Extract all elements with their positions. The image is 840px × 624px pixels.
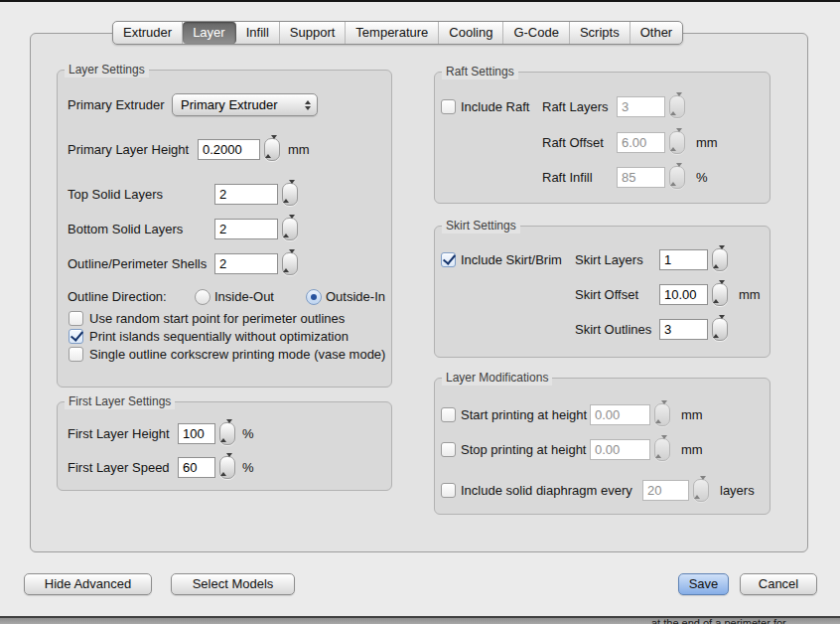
tab-other[interactable]: Other: [630, 22, 683, 44]
skirt-layers-input[interactable]: [659, 249, 708, 270]
skirt-offset-stepper[interactable]: [712, 283, 728, 306]
raft-layers-input[interactable]: [617, 96, 665, 117]
first-layer-settings-group-title: First Layer Settings: [65, 393, 175, 409]
include-skirt-brim-checkbox[interactable]: [441, 252, 456, 267]
hide-advanced-button[interactable]: Hide Advanced: [24, 573, 152, 595]
outline-perimeter-shells-input[interactable]: [214, 253, 278, 274]
outline-direction-radio-outside-in[interactable]: [306, 289, 322, 305]
tab-gcode[interactable]: G-Code: [503, 22, 570, 44]
skirt-layers-stepper[interactable]: [712, 248, 728, 271]
stepper-down-icon: [289, 249, 295, 271]
raft-infill-stepper[interactable]: [669, 166, 685, 189]
tab-infill[interactable]: Infill: [236, 22, 280, 44]
print-islands-sequentially-checkbox[interactable]: [69, 329, 83, 344]
stop-printing-checkbox[interactable]: [441, 442, 456, 457]
vase-mode-label: Single outline corkscrew printing mode (…: [89, 346, 385, 364]
tab-cooling[interactable]: Cooling: [439, 22, 503, 44]
primary-layer-height-unit: mm: [288, 138, 310, 162]
stepper-down-icon: [719, 315, 725, 337]
outline-direction-inside-out-label: Inside-Out: [214, 285, 274, 309]
start-printing-height-input[interactable]: [590, 404, 650, 425]
raft-infill-unit: %: [696, 166, 708, 190]
first-layer-height-input[interactable]: [178, 423, 215, 444]
print-islands-sequentially-label: Print islands sequentially without optim…: [89, 328, 349, 346]
solid-diaphragm-label: Include solid diaphragm every: [461, 479, 632, 503]
tab-layer[interactable]: Layer: [183, 22, 236, 44]
select-models-button[interactable]: Select Models: [171, 573, 295, 595]
window-top-edge: [0, 0, 840, 2]
start-printing-unit: mm: [681, 403, 703, 427]
stepper-down-icon: [719, 245, 725, 267]
stepper-down-icon: [661, 435, 667, 457]
background-window-clipped-text: at the end of a perimeter for: [651, 617, 786, 624]
include-raft-label: Include Raft: [461, 95, 529, 119]
stepper-down-icon: [271, 135, 277, 157]
primary-extruder-selected-value: Primary Extruder: [173, 97, 301, 112]
popup-arrows-icon: [305, 97, 311, 113]
bottom-solid-layers-input[interactable]: [214, 219, 278, 239]
stop-printing-height-stepper[interactable]: [654, 438, 670, 461]
fff-settings-dialog: { "window": { "background_text": "at the…: [0, 0, 840, 624]
stepper-down-icon: [661, 400, 667, 422]
raft-offset-stepper[interactable]: [669, 131, 685, 154]
top-solid-layers-stepper[interactable]: [282, 183, 298, 206]
stepper-down-icon: [226, 453, 232, 475]
stepper-down-icon: [676, 92, 682, 114]
primary-extruder-select[interactable]: Primary Extruder: [172, 93, 318, 116]
vase-mode-checkbox[interactable]: [69, 347, 83, 362]
raft-layers-stepper[interactable]: [669, 95, 685, 118]
raft-offset-unit: mm: [696, 131, 718, 155]
raft-infill-input[interactable]: [617, 167, 665, 188]
stop-printing-height-input[interactable]: [590, 439, 650, 460]
skirt-offset-unit: mm: [739, 283, 761, 307]
first-layer-height-unit: %: [242, 422, 254, 446]
tab-support[interactable]: Support: [280, 22, 347, 44]
tab-extruder[interactable]: Extruder: [113, 22, 183, 44]
outline-direction-label: Outline Direction:: [68, 285, 167, 309]
first-layer-height-stepper[interactable]: [219, 422, 235, 445]
start-printing-checkbox[interactable]: [441, 407, 456, 422]
first-layer-height-label: First Layer Height: [68, 422, 170, 446]
skirt-outlines-input[interactable]: [659, 319, 708, 340]
skirt-outlines-stepper[interactable]: [712, 318, 728, 341]
top-solid-layers-input[interactable]: [214, 184, 278, 205]
save-button[interactable]: Save: [678, 573, 729, 595]
raft-offset-input[interactable]: [617, 132, 665, 153]
stepper-down-icon: [676, 128, 682, 150]
solid-diaphragm-stepper[interactable]: [693, 479, 709, 502]
skirt-offset-label: Skirt Offset: [575, 283, 638, 307]
top-solid-layers-label: Top Solid Layers: [68, 183, 163, 207]
outline-perimeter-shells-stepper[interactable]: [282, 252, 298, 275]
outline-perimeter-shells-label: Outline/Perimeter Shells: [68, 252, 207, 276]
bottom-solid-layers-stepper[interactable]: [282, 218, 298, 240]
outline-direction-radio-inside-out[interactable]: [195, 289, 210, 305]
stepper-down-icon: [226, 419, 232, 441]
stop-printing-unit: mm: [681, 438, 703, 462]
skirt-settings-group: Skirt Settings Include Skirt/Brim Skirt …: [434, 226, 770, 358]
tab-temperature[interactable]: Temperature: [346, 22, 439, 44]
solid-diaphragm-checkbox[interactable]: [441, 483, 456, 498]
stepper-down-icon: [289, 180, 295, 202]
layer-settings-group-title: Layer Settings: [65, 62, 149, 78]
primary-layer-height-input[interactable]: [198, 139, 260, 160]
stop-printing-label: Stop printing at height: [461, 438, 586, 462]
start-printing-height-stepper[interactable]: [654, 403, 670, 426]
skirt-settings-group-title: Skirt Settings: [442, 218, 520, 234]
first-layer-speed-stepper[interactable]: [219, 456, 235, 479]
tab-scripts[interactable]: Scripts: [570, 22, 630, 44]
outline-direction-outside-in-label: Outside-In: [326, 285, 385, 309]
layer-modifications-group-title: Layer Modifications: [442, 370, 552, 386]
primary-layer-height-stepper[interactable]: [264, 138, 280, 161]
skirt-offset-input[interactable]: [659, 284, 708, 305]
stepper-down-icon: [676, 163, 682, 185]
raft-offset-label: Raft Offset: [542, 131, 604, 155]
include-raft-checkbox[interactable]: [441, 99, 456, 114]
random-start-point-checkbox[interactable]: [69, 311, 83, 326]
solid-diaphragm-input[interactable]: [642, 480, 689, 501]
include-skirt-brim-label: Include Skirt/Brim: [461, 248, 562, 272]
first-layer-speed-input[interactable]: [178, 457, 215, 478]
cancel-button[interactable]: Cancel: [740, 573, 817, 595]
bottom-solid-layers-label: Bottom Solid Layers: [68, 218, 183, 241]
raft-settings-group-title: Raft Settings: [442, 64, 518, 79]
stepper-down-icon: [719, 280, 725, 302]
